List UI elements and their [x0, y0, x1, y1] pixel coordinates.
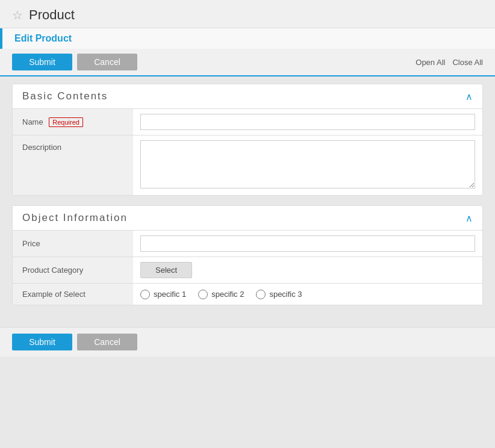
product-category-select-button[interactable]: Select — [140, 262, 192, 278]
radio-specific2-label: specific 2 — [211, 290, 244, 299]
example-select-input-cell: specific 1 specific 2 specific 3 — [133, 284, 482, 305]
price-input-cell — [133, 231, 482, 257]
cancel-button-top[interactable]: Cancel — [77, 54, 137, 70]
name-input[interactable] — [140, 114, 475, 130]
toolbar-left: Submit Cancel — [12, 54, 416, 70]
price-label-text: Price — [22, 239, 40, 248]
name-input-cell — [133, 109, 482, 135]
submit-button-top[interactable]: Submit — [12, 54, 72, 70]
object-information-chevron[interactable]: ∧ — [465, 213, 473, 224]
price-input[interactable] — [140, 235, 475, 252]
example-select-label-text: Example of Select — [22, 290, 86, 299]
price-row: Price — [13, 231, 482, 257]
radio-specific3[interactable]: specific 3 — [256, 290, 302, 299]
toolbar-right: Open All Close All — [416, 58, 483, 67]
radio-specific1-label: specific 1 — [154, 290, 186, 299]
page-title: Product — [29, 7, 75, 23]
radio-specific1[interactable]: specific 1 — [140, 290, 186, 299]
toolbar: Submit Cancel Open All Close All — [0, 49, 495, 76]
edit-bar-title: Edit Product — [14, 33, 72, 43]
radio-specific3-input[interactable] — [256, 290, 266, 299]
close-all-button[interactable]: Close All — [452, 58, 483, 67]
page-header: ☆ Product — [0, 0, 495, 28]
description-textarea[interactable] — [140, 140, 475, 188]
main-content: Basic Contents ∧ Name Required Descripti… — [0, 76, 495, 322]
product-category-row: Product Category Select — [13, 257, 482, 284]
basic-contents-form: Name Required Description — [13, 109, 482, 195]
required-badge: Required — [49, 117, 83, 127]
object-information-header: Object Information ∧ — [13, 206, 482, 231]
product-category-label: Product Category — [13, 257, 133, 284]
object-information-section: Object Information ∧ Price Product Categ… — [12, 205, 483, 305]
object-information-form: Price Product Category Select — [13, 231, 482, 305]
price-label: Price — [13, 231, 133, 257]
description-input-cell — [133, 135, 482, 196]
object-information-title: Object Information — [22, 212, 128, 224]
radio-group: specific 1 specific 2 specific 3 — [140, 290, 475, 299]
basic-contents-section: Basic Contents ∧ Name Required Descripti… — [12, 84, 483, 196]
submit-button-bottom[interactable]: Submit — [12, 334, 72, 350]
bottom-bar: Submit Cancel — [0, 327, 495, 356]
name-label-text: Name — [22, 117, 43, 126]
radio-specific2[interactable]: specific 2 — [198, 290, 244, 299]
edit-bar: Edit Product — [0, 28, 495, 49]
radio-specific3-label: specific 3 — [269, 290, 302, 299]
star-icon: ☆ — [12, 8, 23, 22]
description-label-text: Description — [22, 143, 61, 152]
name-row: Name Required — [13, 109, 482, 135]
example-select-label: Example of Select — [13, 284, 133, 305]
description-label: Description — [13, 135, 133, 196]
basic-contents-title: Basic Contents — [22, 90, 108, 102]
name-label: Name Required — [13, 109, 133, 135]
radio-specific2-input[interactable] — [198, 290, 208, 299]
description-row: Description — [13, 135, 482, 196]
cancel-button-bottom[interactable]: Cancel — [77, 334, 137, 350]
basic-contents-chevron[interactable]: ∧ — [465, 91, 473, 102]
page-wrapper: ☆ Product Edit Product Submit Cancel Ope… — [0, 0, 495, 448]
product-category-label-text: Product Category — [22, 266, 83, 275]
radio-specific1-input[interactable] — [140, 290, 150, 299]
product-category-input-cell: Select — [133, 257, 482, 284]
open-all-button[interactable]: Open All — [416, 58, 445, 67]
example-select-row: Example of Select specific 1 specific 2 — [13, 284, 482, 305]
basic-contents-header: Basic Contents ∧ — [13, 84, 482, 109]
